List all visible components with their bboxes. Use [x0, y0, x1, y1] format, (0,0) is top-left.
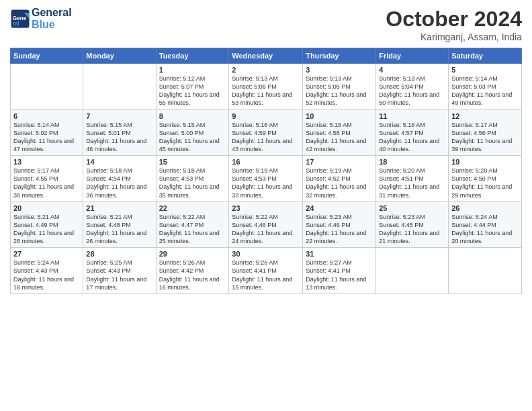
day-content: Sunrise: 5:27 AM Sunset: 4:41 PM Dayligh…	[306, 259, 373, 291]
table-cell: 19Sunrise: 5:20 AM Sunset: 4:50 PM Dayli…	[449, 156, 522, 202]
day-number: 17	[306, 158, 373, 166]
day-content: Sunrise: 5:22 AM Sunset: 4:46 PM Dayligh…	[232, 213, 300, 246]
day-number: 12	[451, 112, 519, 120]
day-content: Sunrise: 5:25 AM Sunset: 4:43 PM Dayligh…	[86, 259, 152, 291]
table-cell	[83, 64, 156, 110]
table-cell: 20Sunrise: 5:21 AM Sunset: 4:49 PM Dayli…	[11, 201, 83, 248]
col-friday: Friday	[376, 48, 449, 64]
day-content: Sunrise: 5:17 AM Sunset: 4:56 PM Dayligh…	[451, 121, 519, 154]
day-content: Sunrise: 5:14 AM Sunset: 5:03 PM Dayligh…	[451, 75, 519, 107]
table-cell: 14Sunrise: 5:18 AM Sunset: 4:54 PM Dayli…	[83, 156, 156, 202]
header: Gene ral General Blue October 2024 Karim…	[10, 7, 522, 42]
week-row-2: 6Sunrise: 5:14 AM Sunset: 5:02 PM Daylig…	[11, 109, 522, 156]
day-content: Sunrise: 5:24 AM Sunset: 4:44 PM Dayligh…	[451, 213, 519, 246]
day-number: 21	[86, 204, 152, 212]
day-content: Sunrise: 5:15 AM Sunset: 5:01 PM Dayligh…	[86, 121, 152, 154]
day-number: 3	[306, 66, 373, 74]
day-content: Sunrise: 5:26 AM Sunset: 4:41 PM Dayligh…	[232, 259, 300, 291]
day-content: Sunrise: 5:18 AM Sunset: 4:53 PM Dayligh…	[159, 167, 226, 199]
table-cell: 28Sunrise: 5:25 AM Sunset: 4:43 PM Dayli…	[83, 248, 156, 294]
table-cell: 22Sunrise: 5:22 AM Sunset: 4:47 PM Dayli…	[156, 201, 229, 248]
table-cell: 6Sunrise: 5:14 AM Sunset: 5:02 PM Daylig…	[11, 109, 83, 156]
day-number: 29	[159, 250, 226, 258]
day-content: Sunrise: 5:19 AM Sunset: 4:52 PM Dayligh…	[306, 167, 373, 199]
day-content: Sunrise: 5:17 AM Sunset: 4:55 PM Dayligh…	[13, 167, 80, 199]
table-cell	[449, 248, 522, 294]
day-number: 22	[159, 204, 226, 212]
day-number: 7	[86, 112, 152, 120]
col-sunday: Sunday	[11, 48, 83, 64]
col-saturday: Saturday	[449, 48, 522, 64]
logo-icon: Gene ral	[10, 9, 30, 29]
day-content: Sunrise: 5:16 AM Sunset: 4:59 PM Dayligh…	[232, 121, 300, 154]
table-cell: 25Sunrise: 5:23 AM Sunset: 4:45 PM Dayli…	[376, 201, 449, 248]
day-content: Sunrise: 5:20 AM Sunset: 4:50 PM Dayligh…	[451, 167, 519, 199]
day-number: 16	[232, 158, 300, 166]
day-number: 11	[379, 112, 445, 120]
table-cell: 1Sunrise: 5:12 AM Sunset: 5:07 PM Daylig…	[156, 64, 229, 110]
col-monday: Monday	[83, 48, 156, 64]
table-cell	[11, 64, 83, 110]
title-block: October 2024 Karimganj, Assam, India	[386, 7, 522, 42]
logo-text-line1: General	[32, 7, 72, 19]
logo-text-line2: Blue	[32, 19, 72, 31]
day-number: 15	[159, 158, 226, 166]
week-row-3: 13Sunrise: 5:17 AM Sunset: 4:55 PM Dayli…	[11, 156, 522, 202]
day-number: 13	[13, 158, 80, 166]
day-number: 4	[379, 66, 445, 74]
table-cell: 26Sunrise: 5:24 AM Sunset: 4:44 PM Dayli…	[449, 201, 522, 248]
table-cell: 16Sunrise: 5:19 AM Sunset: 4:53 PM Dayli…	[229, 156, 303, 202]
day-number: 10	[306, 112, 373, 120]
table-cell: 29Sunrise: 5:26 AM Sunset: 4:42 PM Dayli…	[156, 248, 229, 294]
day-content: Sunrise: 5:13 AM Sunset: 5:05 PM Dayligh…	[306, 75, 373, 107]
table-cell: 2Sunrise: 5:13 AM Sunset: 5:06 PM Daylig…	[229, 64, 303, 110]
day-content: Sunrise: 5:23 AM Sunset: 4:45 PM Dayligh…	[379, 213, 445, 246]
col-thursday: Thursday	[303, 48, 376, 64]
day-content: Sunrise: 5:13 AM Sunset: 5:04 PM Dayligh…	[379, 75, 445, 107]
day-content: Sunrise: 5:21 AM Sunset: 4:49 PM Dayligh…	[13, 213, 80, 246]
day-content: Sunrise: 5:22 AM Sunset: 4:47 PM Dayligh…	[159, 213, 226, 246]
day-content: Sunrise: 5:21 AM Sunset: 4:48 PM Dayligh…	[86, 213, 152, 246]
day-number: 19	[451, 158, 519, 166]
calendar-table: Sunday Monday Tuesday Wednesday Thursday…	[10, 48, 522, 294]
page: Gene ral General Blue October 2024 Karim…	[0, 0, 532, 411]
week-row-5: 27Sunrise: 5:24 AM Sunset: 4:43 PM Dayli…	[11, 248, 522, 294]
day-number: 2	[232, 66, 300, 74]
day-number: 28	[86, 250, 152, 258]
table-cell: 8Sunrise: 5:15 AM Sunset: 5:00 PM Daylig…	[156, 109, 229, 156]
day-content: Sunrise: 5:12 AM Sunset: 5:07 PM Dayligh…	[159, 75, 226, 107]
week-row-4: 20Sunrise: 5:21 AM Sunset: 4:49 PM Dayli…	[11, 201, 522, 248]
day-number: 23	[232, 204, 300, 212]
col-tuesday: Tuesday	[156, 48, 229, 64]
month-title: October 2024	[386, 7, 522, 32]
table-cell: 5Sunrise: 5:14 AM Sunset: 5:03 PM Daylig…	[449, 64, 522, 110]
table-cell: 17Sunrise: 5:19 AM Sunset: 4:52 PM Dayli…	[303, 156, 376, 202]
table-cell: 15Sunrise: 5:18 AM Sunset: 4:53 PM Dayli…	[156, 156, 229, 202]
day-content: Sunrise: 5:18 AM Sunset: 4:54 PM Dayligh…	[86, 167, 152, 199]
week-row-1: 1Sunrise: 5:12 AM Sunset: 5:07 PM Daylig…	[11, 64, 522, 110]
day-number: 1	[159, 66, 226, 74]
table-cell: 11Sunrise: 5:16 AM Sunset: 4:57 PM Dayli…	[376, 109, 449, 156]
table-cell: 3Sunrise: 5:13 AM Sunset: 5:05 PM Daylig…	[303, 64, 376, 110]
table-cell: 30Sunrise: 5:26 AM Sunset: 4:41 PM Dayli…	[229, 248, 303, 294]
table-cell: 9Sunrise: 5:16 AM Sunset: 4:59 PM Daylig…	[229, 109, 303, 156]
table-cell: 12Sunrise: 5:17 AM Sunset: 4:56 PM Dayli…	[449, 109, 522, 156]
header-row: Sunday Monday Tuesday Wednesday Thursday…	[11, 48, 522, 64]
day-content: Sunrise: 5:24 AM Sunset: 4:43 PM Dayligh…	[13, 259, 80, 291]
table-cell: 10Sunrise: 5:16 AM Sunset: 4:58 PM Dayli…	[303, 109, 376, 156]
day-number: 31	[306, 250, 373, 258]
day-number: 30	[232, 250, 300, 258]
logo: Gene ral General Blue	[10, 7, 72, 30]
svg-text:ral: ral	[13, 20, 19, 26]
day-number: 18	[379, 158, 445, 166]
day-content: Sunrise: 5:13 AM Sunset: 5:06 PM Dayligh…	[232, 75, 300, 107]
day-number: 8	[159, 112, 226, 120]
table-cell: 4Sunrise: 5:13 AM Sunset: 5:04 PM Daylig…	[376, 64, 449, 110]
day-number: 25	[379, 204, 445, 212]
col-wednesday: Wednesday	[229, 48, 303, 64]
day-content: Sunrise: 5:20 AM Sunset: 4:51 PM Dayligh…	[379, 167, 445, 199]
table-cell: 23Sunrise: 5:22 AM Sunset: 4:46 PM Dayli…	[229, 201, 303, 248]
day-content: Sunrise: 5:16 AM Sunset: 4:58 PM Dayligh…	[306, 121, 373, 154]
table-cell: 21Sunrise: 5:21 AM Sunset: 4:48 PM Dayli…	[83, 201, 156, 248]
day-content: Sunrise: 5:26 AM Sunset: 4:42 PM Dayligh…	[159, 259, 226, 291]
